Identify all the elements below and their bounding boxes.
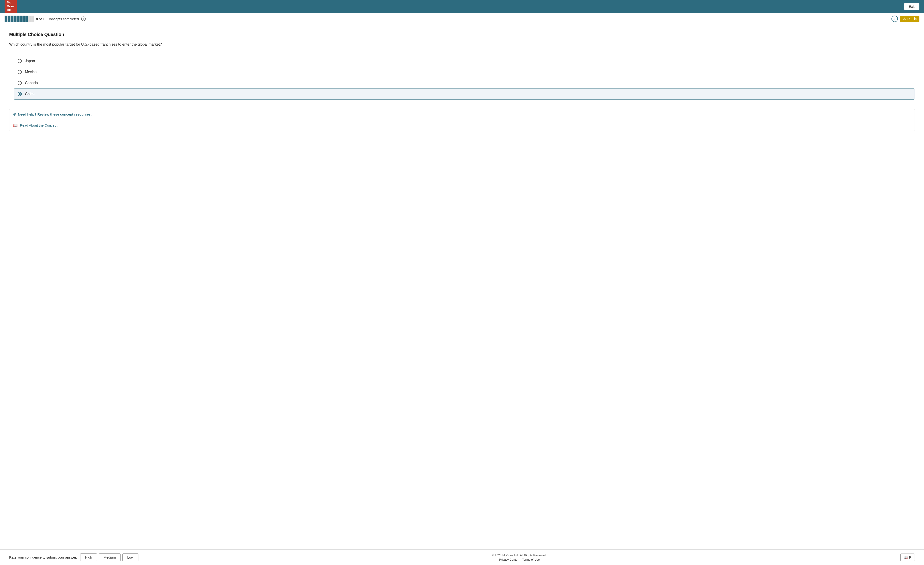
terms-of-use-link[interactable]: Terms of Use [522, 558, 540, 561]
chevron-down-icon: ⊙ [13, 112, 16, 116]
progress-right: ✓ ⚠ Due in [891, 16, 920, 22]
question-type-label: Multiple Choice Question [9, 32, 915, 37]
answer-label-canada: Canada [25, 81, 38, 85]
main-content: Multiple Choice Question Which country i… [0, 25, 924, 565]
progress-segment-3 [10, 16, 13, 22]
progress-segment-2 [8, 16, 10, 22]
progress-segment-6 [20, 16, 22, 22]
help-section: ⊙ Need help? Review these concept resour… [9, 109, 915, 131]
exit-button[interactable]: Exit [904, 3, 920, 10]
privacy-center-link[interactable]: Privacy Center [499, 558, 518, 561]
confidence-label: Rate your confidence to submit your answ… [9, 555, 77, 559]
progress-bar-area: 8 of 10 Concepts completed i ✓ ⚠ Due in [0, 13, 924, 25]
book-icon-small: 📖 [904, 556, 908, 559]
copyright-text: © 2024 McGraw Hill. All Rights Reserved. [492, 553, 547, 557]
confidence-area: Rate your confidence to submit your answ… [9, 553, 138, 561]
answer-option-canada[interactable]: Canada [14, 78, 915, 89]
answer-option-mexico[interactable]: Mexico [14, 66, 915, 78]
answer-label-japan: Japan [25, 59, 35, 63]
progress-segment-5 [16, 16, 19, 22]
check-circle-icon: ✓ [891, 16, 898, 22]
progress-segment-9 [28, 16, 31, 22]
progress-left: 8 of 10 Concepts completed i [4, 16, 86, 22]
progress-segment-8 [26, 16, 28, 22]
answer-option-china[interactable]: China [14, 89, 915, 99]
confidence-buttons: High Medium Low [80, 553, 138, 561]
medium-confidence-button[interactable]: Medium [99, 553, 120, 561]
progress-segments [4, 16, 34, 22]
answer-label-mexico: Mexico [25, 70, 37, 74]
progress-segment-10 [32, 16, 34, 22]
due-badge: ⚠ Due in [900, 16, 920, 22]
top-navigation: Mc Graw Hill Exit [0, 0, 924, 13]
answer-options: JapanMexicoCanadaChina [14, 56, 915, 99]
radio-circle-mexico [18, 70, 22, 74]
answer-option-japan[interactable]: Japan [14, 56, 915, 66]
answer-label-china: China [25, 92, 34, 96]
progress-segment-1 [4, 16, 7, 22]
question-text: Which country is the most popular target… [9, 42, 915, 47]
footer-info: © 2024 McGraw Hill. All Rights Reserved.… [492, 553, 547, 561]
warning-icon: ⚠ [903, 17, 906, 21]
bottom-footer: Rate your confidence to submit your answ… [0, 549, 924, 565]
help-body[interactable]: 📖 Read About the Concept [9, 120, 915, 131]
progress-text: 8 of 10 Concepts completed [36, 17, 79, 21]
mcgraw-hill-logo: Mc Graw Hill [4, 0, 17, 14]
read-concept-button[interactable]: 📖 R [900, 553, 915, 561]
radio-circle-china [18, 92, 22, 96]
radio-circle-japan [18, 59, 22, 63]
progress-segment-7 [22, 16, 25, 22]
footer-links: Privacy Center Terms of Use [492, 558, 547, 561]
info-icon[interactable]: i [81, 17, 86, 21]
book-icon: 📖 [13, 123, 18, 128]
help-header[interactable]: ⊙ Need help? Review these concept resour… [9, 109, 915, 120]
high-confidence-button[interactable]: High [80, 553, 97, 561]
low-confidence-button[interactable]: Low [122, 553, 138, 561]
progress-segment-4 [14, 16, 16, 22]
radio-circle-canada [18, 81, 22, 85]
